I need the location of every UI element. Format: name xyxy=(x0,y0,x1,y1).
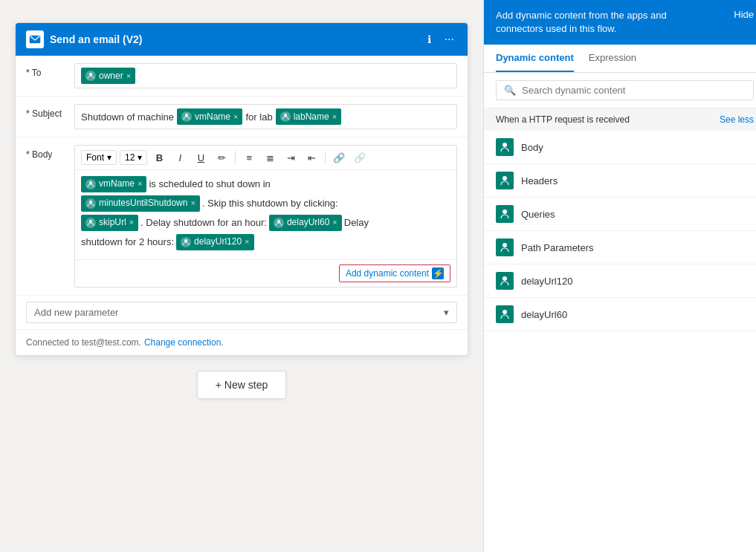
section-title: When a HTTP request is received xyxy=(496,114,630,125)
svg-point-1 xyxy=(89,73,92,76)
svg-point-10 xyxy=(503,176,507,181)
path-parameters-item-label: Path Parameters xyxy=(521,242,594,253)
body-line-4: shutdown for 2 hours: delayUrl120 × xyxy=(81,234,450,250)
body-text-2: . Skip this shutdown by clicking: xyxy=(202,196,338,212)
delayurl120-tag: delayUrl120 × xyxy=(176,234,253,250)
minutes-tag-remove[interactable]: × xyxy=(190,197,195,210)
body-label: * Body xyxy=(26,145,67,160)
delayurl120-tag-label: delayUrl120 xyxy=(194,235,242,249)
change-connection-link[interactable]: Change connection. xyxy=(144,337,224,348)
vmname-tag-icon xyxy=(181,111,192,122)
body-vmname-remove[interactable]: × xyxy=(138,178,142,191)
delayurl60-tag-remove[interactable]: × xyxy=(332,216,337,230)
svg-point-5 xyxy=(89,201,92,204)
dynamic-panel-header: Add dynamic content from the apps and co… xyxy=(484,0,756,45)
body-text-1: is scheduled to shut down in xyxy=(149,177,270,192)
svg-point-8 xyxy=(184,239,187,242)
search-input[interactable] xyxy=(522,85,746,96)
vmname-tag-label: vmName xyxy=(195,111,230,122)
vmname-tag-remove[interactable]: × xyxy=(233,112,238,121)
tab-expression[interactable]: Expression xyxy=(589,45,636,72)
body-editor[interactable]: Font ▾ 12 ▾ B I U ✏ ≡ xyxy=(74,145,457,288)
body-item-label: Body xyxy=(521,142,543,153)
body-text-5: shutdown for 2 hours: xyxy=(81,235,174,250)
labname-tag-remove[interactable]: × xyxy=(332,112,337,121)
dynamic-panel: Add dynamic content from the apps and co… xyxy=(483,0,756,552)
minutes-tag-label: minutesUntilShutdown xyxy=(99,196,187,210)
dynamic-items-container: When a HTTP request is received See less… xyxy=(484,108,756,552)
dynamic-item-headers[interactable]: Headers xyxy=(484,164,756,198)
flow-canvas: Send an email (V2) ℹ ··· * To xyxy=(0,0,483,552)
add-dynamic-button[interactable]: Add dynamic content ⚡ xyxy=(339,264,450,282)
italic-button[interactable]: I xyxy=(171,149,189,166)
hide-button[interactable]: Hide xyxy=(734,9,754,20)
svg-point-14 xyxy=(503,310,507,314)
svg-point-12 xyxy=(503,243,507,247)
owner-tag-remove[interactable]: × xyxy=(126,71,131,80)
add-param-dropdown[interactable]: Add new parameter ▾ xyxy=(26,302,457,323)
add-param-label: Add new parameter xyxy=(34,307,118,318)
add-dynamic-label: Add dynamic content xyxy=(346,268,429,279)
subject-text-for-lab: for lab xyxy=(245,111,272,123)
card-header-left: Send an email (V2) xyxy=(26,30,142,48)
footer-text: Connected to test@test.com. xyxy=(26,337,141,348)
outdent-button[interactable]: ⇤ xyxy=(303,149,320,166)
size-dropdown[interactable]: 12 ▾ xyxy=(120,150,147,165)
unordered-list-button[interactable]: ≡ xyxy=(240,149,258,166)
bold-button[interactable]: B xyxy=(150,149,168,166)
new-step-container: + New step xyxy=(197,371,286,399)
card-info-button[interactable]: ℹ xyxy=(424,32,434,47)
delayurl60-item-label: delayUrl60 xyxy=(521,309,567,320)
dynamic-item-queries[interactable]: Queries xyxy=(484,198,756,231)
toolbar-sep-2 xyxy=(325,151,326,164)
body-vmname-icon xyxy=(85,179,96,189)
svg-point-11 xyxy=(503,210,507,214)
new-step-button[interactable]: + New step xyxy=(197,371,286,399)
add-dynamic-icon: ⚡ xyxy=(432,267,444,279)
font-dropdown[interactable]: Font ▾ xyxy=(81,150,117,165)
highlight-button[interactable]: ✏ xyxy=(213,149,230,166)
dynamic-item-body[interactable]: Body xyxy=(484,131,756,164)
to-field[interactable]: owner × xyxy=(74,63,457,88)
tab-dynamic-content[interactable]: Dynamic content xyxy=(496,45,574,72)
dynamic-item-delayurl120[interactable]: delayUrl120 xyxy=(484,264,756,298)
ordered-list-button[interactable]: ≣ xyxy=(261,149,279,166)
delayurl60-tag-icon xyxy=(274,218,284,228)
unlink-button[interactable]: 🔗 xyxy=(351,149,369,166)
subject-field[interactable]: Shutdown of machine vmName × for lab xyxy=(74,104,457,129)
delayurl60-tag: delayUrl60 × xyxy=(269,215,342,231)
body-text-3: . Delay shutdown for an hour: xyxy=(140,215,267,231)
body-item-icon xyxy=(496,138,514,156)
delayurl60-tag-label: delayUrl60 xyxy=(287,215,329,230)
search-icon: 🔍 xyxy=(504,85,516,96)
svg-point-6 xyxy=(89,220,92,223)
delayurl120-tag-icon xyxy=(181,237,191,247)
body-text-4: Delay xyxy=(344,215,369,231)
editor-content[interactable]: vmName × is scheduled to shut down in xyxy=(75,170,456,259)
delayurl120-item-icon xyxy=(496,272,514,290)
svg-point-4 xyxy=(89,181,92,184)
body-row: * Body Font ▾ 12 ▾ B xyxy=(16,137,468,296)
path-parameters-item-icon xyxy=(496,238,514,256)
delayurl120-tag-remove[interactable]: × xyxy=(245,236,249,249)
svg-point-3 xyxy=(284,114,287,117)
card-title: Send an email (V2) xyxy=(50,33,142,45)
dynamic-tabs: Dynamic content Expression xyxy=(484,45,756,73)
owner-tag: owner × xyxy=(81,68,135,84)
dynamic-item-delayurl60[interactable]: delayUrl60 xyxy=(484,298,756,331)
indent-button[interactable]: ⇥ xyxy=(282,149,300,166)
labname-tag-icon xyxy=(280,111,291,122)
delayurl120-item-label: delayUrl120 xyxy=(521,276,572,287)
underline-button[interactable]: U xyxy=(192,149,210,166)
see-less-link[interactable]: See less xyxy=(720,114,754,125)
dynamic-item-path-parameters[interactable]: Path Parameters xyxy=(484,231,756,264)
add-dynamic-row: Add dynamic content ⚡ xyxy=(75,259,456,287)
skipurl-tag-remove[interactable]: × xyxy=(129,216,134,230)
link-button[interactable]: 🔗 xyxy=(330,149,348,166)
vmname-tag: vmName × xyxy=(177,108,242,125)
body-vmname-label: vmName xyxy=(99,177,135,191)
minutes-tag-icon xyxy=(85,198,96,209)
card-more-button[interactable]: ··· xyxy=(442,31,457,48)
subject-text-shutdown: Shutdown of machine xyxy=(81,111,174,123)
to-row: * To owner × xyxy=(16,56,468,97)
